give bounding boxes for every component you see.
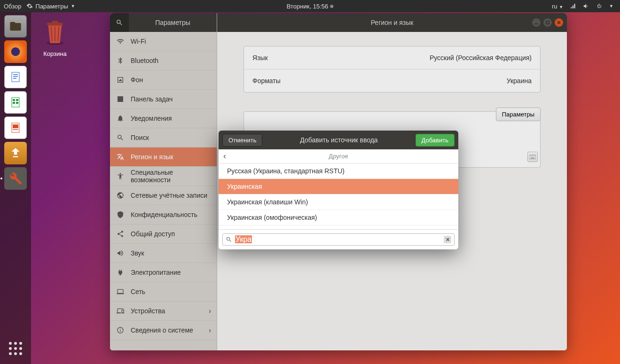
volume-icon[interactable] xyxy=(583,3,589,9)
sidebar-item-wifi[interactable]: Wi-Fi xyxy=(110,32,217,51)
app-menu[interactable]: Параметры ▼ xyxy=(26,3,75,10)
sidebar-item-background[interactable]: Фон xyxy=(110,70,217,90)
sidebar-item-label: Уведомления xyxy=(131,115,172,122)
gear-icon xyxy=(26,3,33,9)
dock xyxy=(0,12,31,364)
svg-rect-15 xyxy=(52,21,58,23)
search-input[interactable]: Укра ✕ xyxy=(222,233,455,246)
sidebar-item-devices[interactable]: Устройства› xyxy=(110,302,217,321)
sidebar-item-label: Bluetooth xyxy=(131,57,158,64)
power-icon[interactable] xyxy=(596,3,603,9)
clear-search-button[interactable]: ✕ xyxy=(444,236,451,243)
input-source-list: Русская (Украина, стандартная RSTU)Украи… xyxy=(219,163,458,229)
notifications-icon xyxy=(117,115,124,122)
sidebar-item-power[interactable]: Электропитание xyxy=(110,263,217,282)
formats-label: Форматы xyxy=(252,77,281,85)
language-label: Язык xyxy=(252,54,268,62)
search-text: Укра xyxy=(235,235,252,243)
add-button[interactable]: Добавить xyxy=(416,134,455,147)
dock-tweaks[interactable] xyxy=(4,167,27,190)
dock-files[interactable] xyxy=(4,15,27,38)
notification-dot-icon xyxy=(330,5,333,8)
privacy-icon xyxy=(117,211,124,218)
page-title: Регион и язык xyxy=(371,19,414,26)
sidebar-list: Wi-FiBluetoothФонПанель задачУведомления… xyxy=(110,32,217,340)
svg-rect-16 xyxy=(535,23,538,24)
sidebar-item-label: Общий доступ xyxy=(131,230,175,238)
chevron-right-icon: › xyxy=(209,307,211,315)
activities-button[interactable]: Обзор xyxy=(4,3,22,10)
desktop-trash[interactable]: Корзина xyxy=(42,19,68,57)
input-sources-options-button[interactable]: Параметры xyxy=(496,108,541,121)
bluetooth-icon xyxy=(117,57,124,64)
dock-impress[interactable] xyxy=(4,116,27,139)
dock-writer[interactable] xyxy=(4,66,27,88)
sidebar-item-label: Панель задач xyxy=(131,95,173,103)
cancel-button[interactable]: Отменить xyxy=(222,134,262,147)
sidebar-item-label: Конфиденциальность xyxy=(131,211,197,218)
sidebar-item-label: Фон xyxy=(131,76,143,84)
input-source-option[interactable]: Украинская (печатная машинка) xyxy=(219,225,458,229)
dock-calc[interactable] xyxy=(4,91,27,114)
sidebar-item-notifications[interactable]: Уведомления xyxy=(110,109,217,128)
svg-point-0 xyxy=(11,47,20,56)
window-minimize[interactable] xyxy=(532,18,541,27)
svg-rect-17 xyxy=(546,21,549,24)
sidebar-item-sound[interactable]: Звук xyxy=(110,244,217,263)
search-icon xyxy=(117,134,124,141)
region-icon xyxy=(117,153,124,161)
chevron-down-icon: ▼ xyxy=(71,4,75,8)
sidebar-item-search[interactable]: Поиск xyxy=(110,128,217,147)
sidebar-item-bluetooth[interactable]: Bluetooth xyxy=(110,51,217,70)
input-source-option[interactable]: Украинская (клавиши Win) xyxy=(219,194,458,210)
language-row[interactable]: Язык Русский (Российская Федерация) xyxy=(244,46,540,69)
svg-rect-3 xyxy=(13,76,18,77)
svg-rect-18 xyxy=(529,155,536,159)
desktop-trash-label: Корзина xyxy=(42,50,68,57)
svg-rect-11 xyxy=(13,124,18,128)
sidebar-item-label: Сеть xyxy=(131,288,145,295)
clock[interactable]: Вторник, 15:56 xyxy=(287,3,333,10)
sidebar-search-button[interactable] xyxy=(110,13,129,32)
window-maximize[interactable] xyxy=(543,18,552,27)
power-icon xyxy=(117,269,124,276)
network-icon xyxy=(117,288,124,295)
input-source-option[interactable]: Русская (Украина, стандартная RSTU) xyxy=(219,163,458,179)
sidebar-item-label: Звук xyxy=(131,249,144,257)
svg-rect-19 xyxy=(530,155,531,156)
devices-icon xyxy=(117,307,124,315)
sidebar-item-region[interactable]: Регион и язык xyxy=(110,147,217,167)
svg-rect-8 xyxy=(13,102,15,104)
network-icon[interactable] xyxy=(570,3,576,9)
formats-value: Украина xyxy=(507,77,532,85)
search-icon xyxy=(116,19,123,26)
back-button[interactable]: ‹ xyxy=(223,151,226,161)
sidebar-item-privacy[interactable]: Конфиденциальность xyxy=(110,205,217,225)
dialog-subheader: Другое xyxy=(329,153,348,160)
sidebar-item-network[interactable]: Сеть xyxy=(110,282,217,302)
window-close[interactable] xyxy=(555,18,563,27)
sidebar-item-label: Электропитание xyxy=(131,269,181,276)
show-applications-button[interactable] xyxy=(6,339,25,358)
sidebar-item-dock[interactable]: Панель задач xyxy=(110,90,217,109)
sound-icon xyxy=(117,249,124,257)
sidebar-item-sharing[interactable]: Общий доступ xyxy=(110,225,217,244)
svg-rect-1 xyxy=(12,72,19,82)
sidebar-item-accounts[interactable]: Сетевые учётные записи xyxy=(110,186,217,205)
background-icon xyxy=(117,76,124,84)
formats-row[interactable]: Форматы Украина xyxy=(244,69,540,92)
trash-icon xyxy=(42,19,68,46)
sidebar-item-accessibility[interactable]: Специальные возможности xyxy=(110,167,217,186)
add-input-source-dialog: Отменить Добавить источник ввода Добавит… xyxy=(219,131,458,249)
svg-rect-23 xyxy=(534,155,535,156)
sidebar-item-label: Устройства xyxy=(131,307,165,315)
sidebar-item-label: Регион и язык xyxy=(131,153,173,161)
keyboard-layout-button[interactable] xyxy=(527,152,538,162)
dock-software[interactable] xyxy=(4,142,27,164)
svg-rect-2 xyxy=(13,74,18,75)
dock-firefox[interactable] xyxy=(4,40,27,63)
sidebar-item-about[interactable]: Сведения о системе› xyxy=(110,321,217,340)
input-source-option[interactable]: Украинская xyxy=(219,179,458,194)
input-source-option[interactable]: Украинская (омофоническая) xyxy=(219,210,458,225)
keyboard-layout-indicator[interactable]: ru ▼ xyxy=(552,3,563,10)
